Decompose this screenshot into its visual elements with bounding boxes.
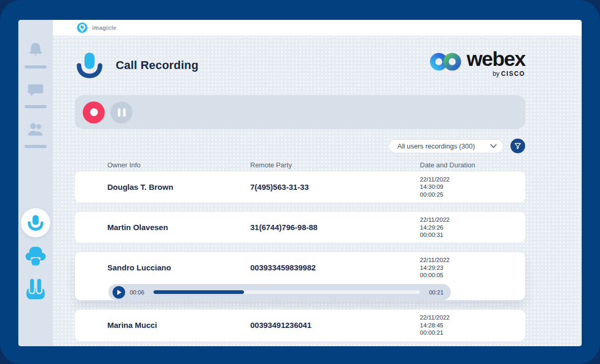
- audio-player-wrap: 00:06 00:21: [108, 284, 451, 300]
- sidebar-item-queues[interactable]: [24, 277, 47, 302]
- webex-wordmark: webex: [466, 49, 525, 69]
- pause-icon: [123, 108, 126, 117]
- call-recording-icon: [75, 51, 104, 79]
- bell-underline: [25, 65, 47, 69]
- sidebar-item-notifications[interactable]: [25, 41, 47, 69]
- printer-icon: [25, 245, 47, 267]
- screen-background: imagicle Call Recording: [0, 0, 600, 364]
- filter-row: All users recordings (300): [75, 139, 525, 153]
- bell-icon: [26, 41, 46, 61]
- people-icon: [26, 120, 46, 140]
- column-header-remote: Remote Party: [250, 161, 420, 169]
- remote-party: 003933459839982: [250, 263, 420, 272]
- funnel-icon: [514, 142, 521, 150]
- sidebar-item-contacts[interactable]: [25, 120, 47, 148]
- content: Call Recording: [53, 36, 582, 346]
- chat-icon: [26, 81, 46, 100]
- column-header-date: Date and Duration: [420, 161, 525, 169]
- hands-icon: [24, 277, 47, 300]
- total-time: 00:21: [429, 289, 443, 295]
- play-button[interactable]: [113, 286, 125, 299]
- recording-row-1[interactable]: Douglas T. Brown 7(495)563-31-33 22/11/2…: [75, 172, 525, 202]
- page-header: Call Recording: [75, 49, 525, 84]
- sidebar: [18, 20, 53, 346]
- recording-row-4[interactable]: Marina Mucci 00393491236041 22/11/2022 1…: [75, 310, 525, 340]
- date-duration: 22/11/2022 14:29:26 00:00:31: [420, 212, 525, 243]
- sidebar-item-print[interactable]: [25, 245, 47, 269]
- date-duration: 22/11/2022 14:30:09 00:00:25: [420, 172, 525, 202]
- pause-icon: [118, 108, 120, 117]
- webex-byline: by CISCO: [493, 70, 525, 77]
- chat-underline: [25, 105, 47, 108]
- remote-party: 7(495)563-31-33: [250, 183, 420, 191]
- record-button[interactable]: [83, 101, 105, 123]
- imagicle-logo-icon: [77, 22, 87, 33]
- page-title: Call Recording: [116, 59, 198, 72]
- imagicle-topbar: imagicle: [53, 20, 582, 36]
- recording-row-3-expanded[interactable]: Sandro Lucciano 003933459839982 22/11/20…: [75, 252, 525, 300]
- sidebar-bottom-group: [21, 208, 50, 302]
- seek-bar[interactable]: [153, 290, 420, 294]
- webex-logo: webex by CISCO: [430, 49, 525, 77]
- date-duration: 22/11/2022 14:29:23 00:00:05: [420, 252, 525, 283]
- remote-party: 00393491236041: [250, 321, 420, 329]
- microphone-icon: [27, 214, 45, 231]
- imagicle-brand-text: imagicle: [92, 25, 116, 31]
- elapsed-time: 00:06: [130, 289, 145, 295]
- recordings-list: Douglas T. Brown 7(495)563-31-33 22/11/2…: [75, 172, 525, 341]
- recordings-dropdown-value: All users recordings (300): [397, 142, 475, 150]
- people-underline: [25, 145, 47, 148]
- table-header-row: Owner Info Remote Party Date and Duratio…: [75, 161, 525, 169]
- recording-row-2[interactable]: Martin Olavesen 31(6744)796-98-88 22/11/…: [75, 212, 525, 243]
- play-icon: [117, 290, 121, 295]
- pause-button[interactable]: [110, 101, 132, 123]
- player-progress-fill: [153, 290, 244, 294]
- recording-row-3-info: Sandro Lucciano 003933459839982 22/11/20…: [75, 252, 525, 283]
- app-window: imagicle Call Recording: [18, 20, 582, 346]
- owner-name: Martin Olavesen: [107, 223, 250, 232]
- owner-name: Douglas T. Brown: [107, 183, 250, 191]
- chevron-down-icon: [490, 144, 497, 149]
- owner-name: Sandro Lucciano: [107, 263, 250, 272]
- date-duration: 22/11/2022 14:28:45 00:00:21: [420, 310, 525, 340]
- recorder-toolbar: [75, 95, 525, 129]
- main-area: imagicle Call Recording: [53, 20, 582, 346]
- webex-wordmark-group: webex by CISCO: [466, 49, 525, 77]
- webex-infinity-icon: [430, 50, 462, 73]
- record-dot-icon: [90, 108, 98, 116]
- column-header-owner: Owner Info: [107, 161, 250, 169]
- page-title-group: Call Recording: [75, 49, 198, 79]
- audio-player: 00:06 00:21: [108, 284, 451, 300]
- sidebar-item-chat[interactable]: [25, 81, 47, 108]
- sidebar-item-call-recording-active[interactable]: [21, 208, 50, 237]
- remote-party: 31(6744)796-98-88: [250, 223, 420, 232]
- recordings-dropdown[interactable]: All users recordings (300): [388, 139, 504, 153]
- filter-button[interactable]: [510, 139, 525, 153]
- owner-name: Marina Mucci: [107, 321, 250, 329]
